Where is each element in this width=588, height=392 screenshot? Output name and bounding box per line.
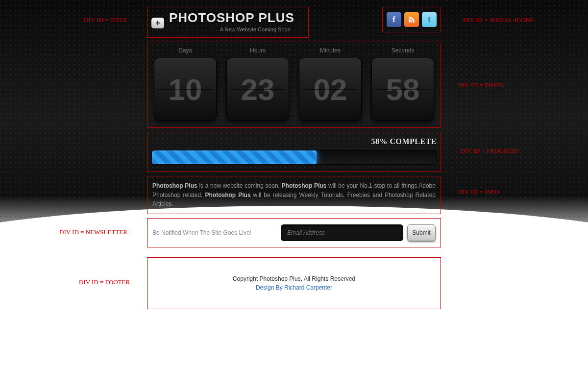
seconds-value: 58 (371, 58, 434, 121)
annotation-progress: DIV ID = PROGRESS (461, 147, 519, 155)
timer-seconds: Seconds 58 (369, 47, 437, 121)
annotation-newsletter: DIV ID = NEWSLETTER (59, 228, 127, 236)
days-label: Days (151, 47, 219, 54)
facebook-icon[interactable]: f (387, 12, 401, 27)
social-icons-section: DIV ID = SOCIAL-ICONS f t (382, 7, 441, 32)
timer-section: DIV ID = TIMER Days 10 Hours 23 Minutes … (147, 42, 441, 128)
rss-icon[interactable] (404, 12, 419, 27)
progress-fill (152, 150, 317, 164)
minutes-label: Minutes (296, 47, 364, 54)
timer-days: Days 10 (151, 47, 219, 121)
hours-value: 23 (226, 58, 289, 121)
design-by-link[interactable]: Design By Richard Carpenter (152, 284, 436, 291)
timer-minutes: Minutes 02 (296, 47, 364, 121)
twitter-icon[interactable]: t (422, 12, 437, 27)
annotation-footer: DIV ID = FOOTER (79, 278, 130, 286)
hours-label: Hours (224, 47, 292, 54)
plus-badge-icon: + (151, 18, 164, 28)
svg-point-0 (409, 21, 410, 23)
annotation-title: DIV ID = TITLE (84, 16, 128, 24)
seconds-label: Seconds (369, 47, 437, 54)
submit-button[interactable]: Submit (407, 224, 436, 241)
annotation-social: DIV ID = SOCIAL-ICONS (463, 16, 534, 24)
site-title: PHOTOSHOP PLUS (169, 10, 294, 25)
progress-section: DIV ID = PROGRESS 58% COMPLETE (147, 132, 441, 172)
email-field[interactable] (281, 224, 403, 241)
site-title-wrap: PHOTOSHOP PLUS A New Website Coming Soon (169, 10, 294, 35)
footer-section: DIV ID = FOOTER Copyright Photoshop Plus… (147, 257, 441, 309)
title-section: DIV ID = TITLE + PHOTOSHOP PLUS A New We… (147, 7, 309, 38)
newsletter-label: Be Notified When The Site Goes Live! (152, 229, 281, 236)
info-section: DIV ID = INFO Photoshop Plus is a new we… (147, 176, 441, 214)
progress-label: 58% COMPLETE (151, 137, 437, 146)
progress-track (151, 150, 437, 165)
newsletter-section: DIV ID = NEWSLETTER Be Notified When The… (147, 218, 441, 247)
minutes-value: 02 (299, 58, 362, 121)
annotation-info: DIV ID = INFO (458, 187, 499, 197)
main-container: DIV ID = TITLE + PHOTOSHOP PLUS A New We… (147, 0, 441, 309)
info-text: Photoshop Plus is a new website coming s… (152, 182, 436, 207)
annotation-timer: DIV ID = TIMER (458, 81, 504, 89)
days-value: 10 (154, 58, 217, 121)
copyright-text: Copyright Photoshop Plus, All Rights Res… (152, 275, 436, 282)
timer-hours: Hours 23 (224, 47, 292, 121)
tagline: A New Website Coming Soon (220, 26, 291, 32)
